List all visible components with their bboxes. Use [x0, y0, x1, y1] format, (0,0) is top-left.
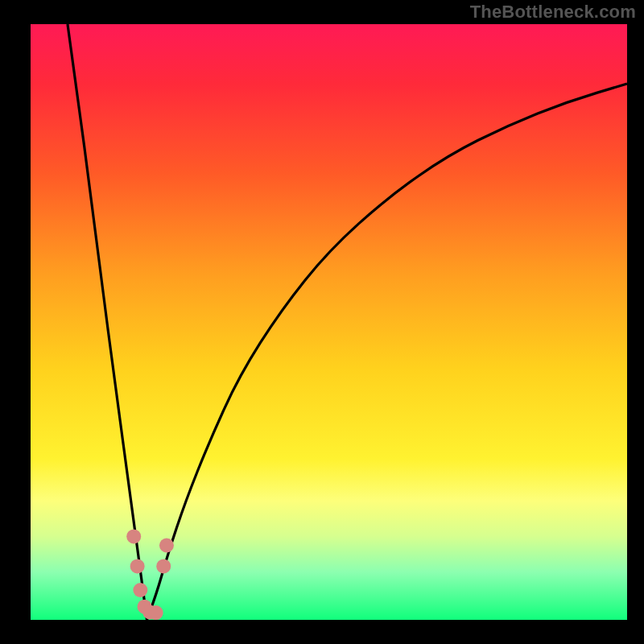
data-point	[130, 559, 145, 573]
data-point	[159, 539, 174, 553]
plot-svg	[31, 24, 627, 620]
watermark-label: TheBottleneck.com	[470, 2, 636, 23]
data-point	[156, 559, 171, 573]
outer-frame: TheBottleneck.com	[0, 0, 644, 644]
data-point	[133, 583, 147, 597]
data-point	[126, 529, 141, 543]
plot-area	[31, 24, 627, 620]
data-point	[149, 605, 163, 620]
